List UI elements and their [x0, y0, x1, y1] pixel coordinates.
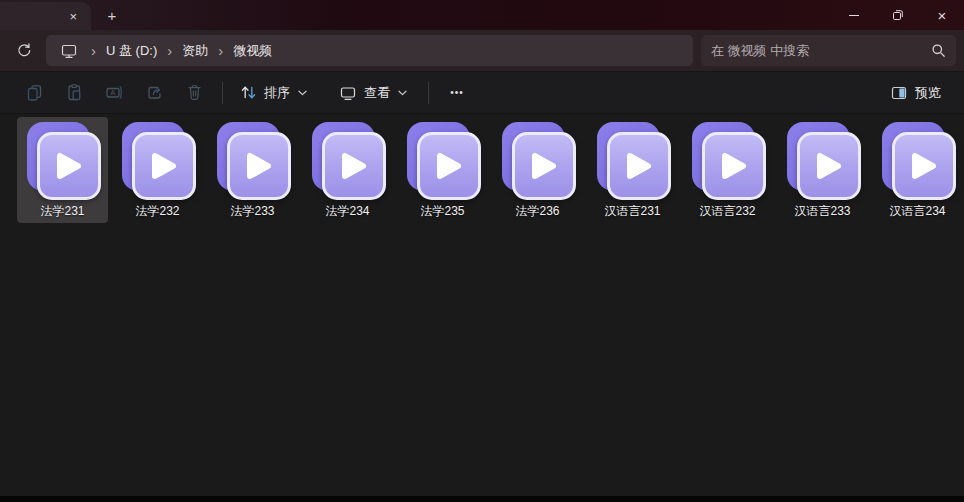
rename-icon: A [105, 83, 124, 102]
video-play-icon [879, 121, 957, 201]
view-icon [339, 84, 357, 102]
search-box[interactable] [701, 35, 956, 66]
video-play-icon [309, 121, 387, 201]
minimize-button[interactable] [832, 0, 876, 30]
minimize-icon [849, 15, 859, 16]
close-icon: × [938, 8, 947, 23]
file-item[interactable]: 法学232 [112, 117, 203, 223]
video-play-icon [119, 121, 197, 201]
address-bar[interactable]: › U 盘 (D:) › 资助 › 微视频 [46, 35, 693, 66]
file-item[interactable]: 法学231 [17, 117, 108, 223]
view-label: 查看 [364, 84, 390, 102]
search-input[interactable] [711, 43, 931, 58]
breadcrumb-chevron-icon[interactable]: › [158, 43, 181, 58]
video-play-icon [784, 121, 862, 201]
file-item[interactable]: 汉语言232 [682, 117, 773, 223]
see-more-button[interactable]: ••• [437, 77, 477, 109]
breadcrumb-drive[interactable]: U 盘 (D:) [105, 40, 158, 62]
share-icon [145, 83, 164, 102]
sort-button[interactable]: 排序 [231, 77, 316, 109]
svg-text:A: A [110, 89, 115, 96]
delete-icon [185, 83, 204, 102]
paste-button[interactable] [54, 77, 94, 109]
search-icon[interactable] [931, 43, 946, 58]
sort-icon [240, 84, 257, 101]
refresh-button[interactable] [0, 42, 46, 59]
restore-icon [892, 9, 904, 21]
file-name: 法学235 [420, 203, 464, 220]
sort-label: 排序 [264, 84, 290, 102]
preview-button[interactable]: 预览 [881, 77, 950, 109]
close-button[interactable]: × [920, 0, 964, 30]
paste-icon [65, 83, 84, 102]
breadcrumb-chevron-icon[interactable]: › [209, 43, 232, 58]
copy-button[interactable] [14, 77, 54, 109]
file-name: 汉语言233 [794, 203, 850, 220]
toolbar-separator [428, 82, 429, 104]
video-play-icon [404, 121, 482, 201]
video-play-icon [214, 121, 292, 201]
copy-icon [25, 83, 44, 102]
video-play-icon [689, 121, 767, 201]
title-bar: × + × [0, 0, 964, 30]
chevron-down-icon [398, 90, 407, 96]
file-name: 法学232 [135, 203, 179, 220]
video-play-icon [24, 121, 102, 201]
file-name: 汉语言232 [699, 203, 755, 220]
window-controls: × [832, 0, 964, 30]
explorer-tab[interactable]: × [0, 2, 91, 30]
share-button[interactable] [134, 77, 174, 109]
file-item[interactable]: 法学235 [397, 117, 488, 223]
view-button[interactable]: 查看 [330, 77, 416, 109]
file-item[interactable]: 汉语言231 [587, 117, 678, 223]
breadcrumb-current-folder[interactable]: 微视频 [232, 40, 273, 62]
preview-label: 预览 [915, 84, 941, 102]
file-name: 汉语言234 [889, 203, 945, 220]
chevron-down-icon [298, 90, 307, 96]
navigation-bar: › U 盘 (D:) › 资助 › 微视频 [0, 30, 964, 72]
preview-pane-icon [890, 84, 908, 102]
window-bottom-edge [0, 496, 964, 502]
video-play-icon [594, 121, 672, 201]
breadcrumb-chevron-icon[interactable]: › [82, 43, 105, 58]
tab-close-icon[interactable]: × [65, 8, 81, 25]
toolbar-separator [222, 82, 223, 104]
file-name: 法学233 [230, 203, 274, 220]
file-item[interactable]: 汉语言234 [872, 117, 963, 223]
file-item[interactable]: 法学234 [302, 117, 393, 223]
see-more-icon: ••• [450, 87, 464, 98]
file-name: 法学234 [325, 203, 369, 220]
new-tab-button[interactable]: + [100, 3, 124, 27]
delete-button[interactable] [174, 77, 214, 109]
restore-button[interactable] [876, 0, 920, 30]
breadcrumb-folder[interactable]: 资助 [181, 40, 209, 62]
file-name: 法学231 [40, 203, 84, 220]
this-pc-icon[interactable] [60, 42, 78, 60]
file-name: 汉语言231 [604, 203, 660, 220]
file-item[interactable]: 汉语言233 [777, 117, 868, 223]
file-item[interactable]: 法学233 [207, 117, 298, 223]
file-name: 法学236 [515, 203, 559, 220]
file-item[interactable]: 法学236 [492, 117, 583, 223]
refresh-icon [15, 42, 32, 59]
file-explorer-window: × + × [0, 0, 964, 502]
command-bar: A [0, 72, 964, 114]
video-play-icon [499, 121, 577, 201]
file-list[interactable]: 法学231 法学232 法学233 法学234 法学235 [0, 114, 964, 496]
rename-button[interactable]: A [94, 77, 134, 109]
